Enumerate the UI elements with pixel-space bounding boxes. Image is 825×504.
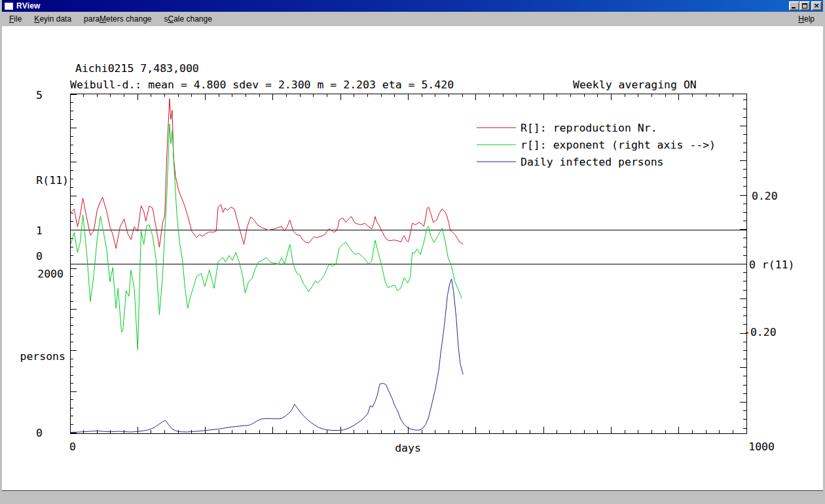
menubar: File Keyin data paraMeters change sCale … [2,12,823,26]
window-footer [2,491,823,503]
app-icon [5,3,13,10]
titlebar: RView × [2,0,823,12]
close-icon: × [812,2,821,10]
menu-scale-change[interactable]: sCale change [160,12,216,26]
chart-label: Weekly averaging ON [573,79,697,91]
chart-svg: Aichi0215 7,483,000Weibull-d.: mean = 4.… [2,26,823,491]
window-controls: × [789,1,822,10]
chart-label: 0 r(11) [749,259,795,271]
rview-window: RView × File Keyin data paraMeters chang… [0,0,825,504]
close-button[interactable]: × [811,1,822,10]
maximize-icon [802,3,807,9]
minimize-button[interactable] [789,1,799,10]
minimize-icon [792,7,796,9]
legend-label-0: R[]: reproduction Nr. [521,122,657,134]
chart-area: Aichi0215 7,483,000Weibull-d.: mean = 4.… [2,26,823,491]
series-line-R [71,99,463,249]
chart-label: 5 [36,89,43,101]
chart-label: Aichi0215 7,483,000 [75,62,199,75]
chart-label: -0.20 [744,326,777,338]
chart-label: R(11) [36,174,69,187]
chart-label: Weibull-d.: mean = 4.800 sdev = 2.300 m … [70,79,454,91]
menu-keyin-data[interactable]: Keyin data [30,12,75,26]
chart-label: 0.20 [752,190,778,202]
menu-parameters-change[interactable]: paraMeters change [80,12,155,26]
menu-help[interactable]: Help [794,12,818,26]
chart-label: 1 [36,225,43,237]
chart-label: 0 [69,441,76,453]
legend-label-1: r[]: exponent (right axis -->) [521,139,716,151]
chart-label: 0 [36,250,43,262]
window-title: RView [16,1,41,10]
chart-label: 2000 [37,268,64,280]
series-line-persons [70,279,463,432]
chart-label: persons [20,350,65,363]
chart-label: days [395,442,421,454]
chart-label: 1000 [748,441,775,453]
legend-label-2: Daily infected persons [521,156,664,168]
menu-file[interactable]: File [5,12,26,26]
chart-label: 0 [36,427,43,439]
maximize-button[interactable] [799,1,810,10]
